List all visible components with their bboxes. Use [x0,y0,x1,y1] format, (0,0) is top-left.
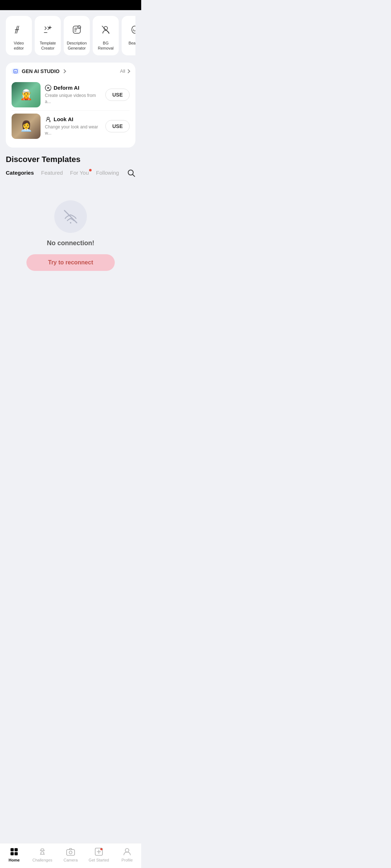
svg-point-13 [47,117,49,119]
discover-tabs: Categories Featured For You Following [6,169,135,179]
no-connection-state: No connection! Try to reconnect [6,186,135,285]
all-chevron-icon [126,69,130,73]
deform-ai-thumbnail: 🧝 [12,82,41,107]
tab-following[interactable]: Following [96,170,119,177]
deform-ai-use-button[interactable]: USE [105,89,130,101]
reconnect-button[interactable]: Try to reconnect [26,254,115,271]
svg-text:AI: AI [49,89,51,91]
quick-tools-row: Video editor TemplateCreator [6,16,135,55]
svg-point-17 [70,222,71,224]
svg-text:AI: AI [14,71,17,73]
deform-ai-desc: Create unique videos from a... [45,93,101,105]
tool-bg-removal[interactable]: BG Removal [93,16,119,55]
deform-thumb-img: 🧝 [12,82,41,107]
deform-ai-title: Deform AI [54,85,79,91]
svg-text:AI: AI [49,120,51,123]
svg-text:AI: AI [79,26,81,29]
discover-title: Discover Templates [6,155,135,164]
gen-ai-studio-label: GEN AI STUDIO [22,68,60,74]
for-you-dot [89,169,92,171]
template-creator-label: TemplateCreator [40,41,56,51]
main-content: Video editor TemplateCreator [0,10,141,314]
gen-ai-all-button[interactable]: All [120,68,130,74]
look-ai-desc: Change your look and wear w... [45,124,101,136]
tool-beauty[interactable]: Beauty [122,16,135,55]
beauty-label: Beauty [129,41,135,46]
no-connection-icon [54,200,87,233]
deform-ai-info: AI Deform AI Create unique videos from a… [45,85,101,105]
gen-ai-all-label: All [120,68,125,74]
deform-ai-name: AI Deform AI [45,85,101,91]
svg-point-6 [133,29,134,30]
gen-ai-header: AI GEN AI STUDIO All [12,68,130,74]
discover-section: Discover Templates Categories Featured F… [6,155,135,285]
gen-ai-chevron-icon [62,69,66,73]
description-generator-label: DescriptionGenerator [67,41,87,51]
look-ai-use-button[interactable]: USE [105,120,130,132]
video-editor-label: Video editor [9,41,28,51]
look-ai-title: Look AI [54,116,73,122]
look-ai-info: AI Look AI Change your look and wear w..… [45,116,101,136]
no-connection-message: No connection! [47,239,94,247]
look-thumb-img: 👩‍💼 [12,114,41,139]
status-bar [0,0,141,10]
tool-template-creator[interactable]: TemplateCreator [35,16,61,55]
ai-badge: AI [12,68,20,74]
ai-item-deform: 🧝 AI Deform AI Create unique videos from… [12,79,130,111]
tab-categories[interactable]: Categories [6,170,34,177]
beauty-icon [127,22,135,38]
template-creator-icon [40,22,56,38]
ai-item-look: 👩‍💼 AI Look AI Change your look and wear… [12,111,130,142]
tab-featured[interactable]: Featured [41,170,63,177]
look-ai-name: AI Look AI [45,116,101,123]
gen-ai-title: AI GEN AI STUDIO [12,68,66,74]
video-editor-icon [11,22,27,38]
description-generator-icon: AI [69,22,85,38]
bg-removal-icon [98,22,114,38]
look-ai-thumbnail: 👩‍💼 [12,114,41,139]
tool-video-editor[interactable]: Video editor [6,16,32,55]
search-button[interactable] [127,169,135,179]
bg-removal-label: BG Removal [96,41,115,51]
tab-for-you[interactable]: For You [70,170,89,177]
svg-line-16 [133,174,135,176]
gen-ai-section: AI GEN AI STUDIO All 🧝 [6,63,135,148]
tool-description-generator[interactable]: AI DescriptionGenerator [64,16,90,55]
